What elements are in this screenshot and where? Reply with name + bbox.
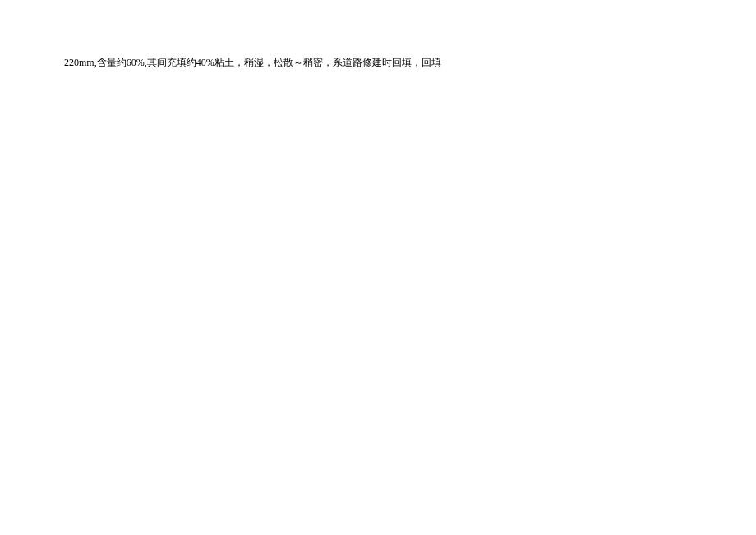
body-text: 220mm,含量约60%,其间充填约40%粘土，稍湿，松散～稍密，系道路修建时回…: [64, 57, 441, 68]
